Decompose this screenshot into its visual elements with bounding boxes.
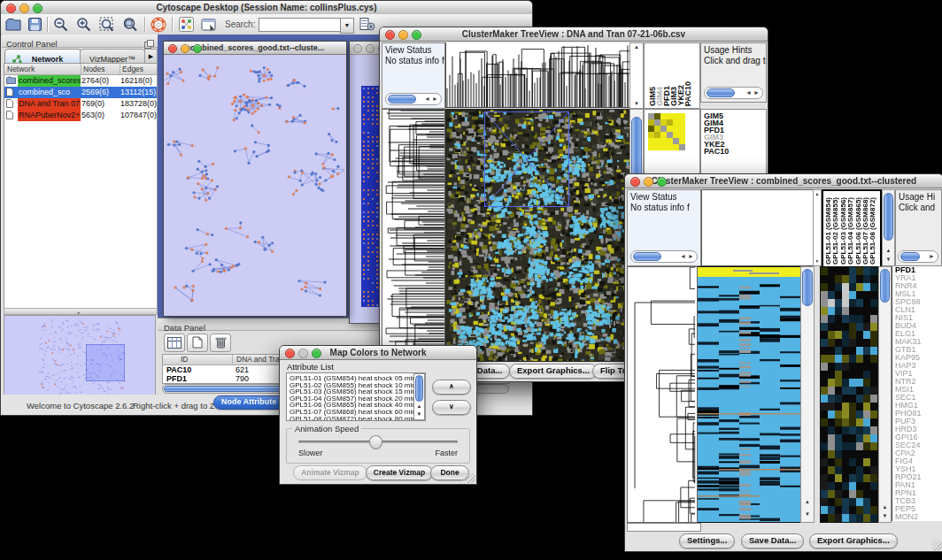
matrix-cell[interactable] [660,126,667,132]
matrix-cell[interactable] [679,138,685,144]
zoom-window-icon[interactable] [412,30,421,40]
vizmapper-shortcut-icon[interactable] [177,16,195,33]
matrix-cell[interactable] [679,126,685,132]
help-icon[interactable] [150,16,167,33]
matrix-cell[interactable] [654,144,660,150]
tv2-status-scrollbar[interactable]: ◄ ► [630,250,698,263]
slider-thumb[interactable] [369,435,382,449]
matrix-cell[interactable] [654,132,660,138]
matrix-cell[interactable] [667,144,673,150]
tv2-usage-scrollbar[interactable]: ► [898,250,938,263]
tv2-save-data-button[interactable]: Save Data... [741,533,804,548]
animation-speed-slider[interactable] [298,441,458,443]
open-file-button[interactable] [4,16,22,33]
search-input[interactable] [259,18,342,32]
zoom-fit-button[interactable] [98,16,116,33]
scroll-thumb[interactable] [880,269,890,303]
minimize-icon[interactable] [366,44,374,53]
tv1-export-graphics-button[interactable]: Export Graphics... [509,364,598,379]
matrix-cell[interactable] [654,119,660,126]
matrix-cell[interactable] [667,132,673,138]
tv2-export-graphics-button[interactable]: Export Graphics... [809,533,898,548]
close-icon[interactable] [285,349,295,358]
new-window-icon[interactable] [200,16,218,33]
zoom-window-icon[interactable] [657,177,667,187]
scroll-down-icon[interactable]: ▼ [801,510,814,518]
matrix-cell[interactable] [660,113,667,119]
close-icon[interactable] [168,44,177,53]
col-edges[interactable]: Edges [120,64,143,74]
main-title-bar[interactable]: Cytoscape Desktop (Session Name: collins… [1,1,532,15]
zoom-window-icon[interactable] [193,44,202,53]
tv2-gene-list[interactable]: PFD1YRA1RNR4MSL1SPC98CLN1NIS1BUD4ELG1MAK… [892,266,942,521]
matrix-cell[interactable] [660,138,667,144]
gene-label[interactable]: MON2 [895,513,942,521]
col-nodes[interactable]: Nodes [81,64,105,74]
network-list-row[interactable]: DNA and Tran 07769(0)183728(0) [4,98,157,110]
network-list-row[interactable]: RNAPuberNov2+l563(0)107847(0) [4,110,157,121]
tv2-zoom-heatmap-canvas[interactable] [820,266,878,523]
tv2-global-heatmap-canvas[interactable] [698,266,802,523]
matrix-cell[interactable] [648,126,654,132]
matrix-cell[interactable] [648,119,654,126]
scroll-up-icon[interactable]: ▲ [883,247,894,255]
matrix-cell[interactable] [648,113,654,119]
minimize-icon[interactable] [398,30,408,40]
treeview2-title-bar[interactable]: ClusterMaker TreeView : combined_scores_… [625,174,942,188]
matrix-cell[interactable] [654,138,660,144]
minimize-icon[interactable] [644,177,653,187]
minimize-icon[interactable] [19,4,29,13]
scroll-thumb[interactable] [388,95,416,104]
matrix-cell[interactable] [660,119,667,126]
scroll-down-icon[interactable]: ▼ [630,100,643,108]
scroll-right-icon[interactable]: ► [688,251,694,261]
matrix-cell[interactable] [679,144,685,150]
tv2-column-label[interactable]: GPL51-04 (GSM857) [846,197,854,265]
scroll-up-icon[interactable]: ▲ [814,190,821,198]
minimize-icon[interactable] [181,44,189,53]
matrix-cell[interactable] [667,119,673,126]
scroll-down-icon[interactable]: ▼ [814,257,821,265]
matrix-cell[interactable] [648,144,654,150]
treeview1-title-bar[interactable]: ClusterMaker TreeView : DNA and Tran 07-… [380,27,768,42]
birdseye-view-canvas[interactable] [4,315,156,402]
scroll-thumb[interactable] [706,88,735,97]
zoom-window-icon[interactable] [33,4,42,13]
tv1-column-label[interactable]: PAC10 [683,81,692,106]
matrix-cell[interactable] [667,126,673,132]
panel-splitter[interactable]: ● [4,308,158,315]
scroll-down-icon[interactable]: ▼ [414,410,424,418]
attribute-list-vscrollbar[interactable]: ▲ ▼ [413,373,425,420]
tv2-column-label[interactable]: GPL51-08 (GSM872) [869,197,876,265]
scroll-thumb[interactable] [884,193,893,241]
tv2-column-dendrogram-panel[interactable] [701,189,815,266]
tv1-row-dendrogram-canvas[interactable] [382,109,445,362]
scroll-thumb[interactable] [415,375,423,402]
scroll-left-icon[interactable]: ◄ [680,251,686,261]
scroll-up-icon[interactable]: ▲ [801,498,814,506]
save-button[interactable] [26,16,43,33]
tv2-row-dendrogram-canvas[interactable] [627,266,698,523]
resize-grip[interactable] [466,473,475,483]
window-controls[interactable] [6,4,42,13]
zoom-out-button[interactable] [52,16,70,33]
tv1-usage-scrollbar[interactable]: ◄ ► [704,87,763,99]
tv1-column-dendrogram-canvas[interactable] [445,42,630,108]
matrix-cell[interactable] [673,126,679,132]
dialog-title-bar[interactable]: Map Colors to Network [280,346,476,360]
matrix-cell[interactable] [673,144,679,150]
scroll-right-icon[interactable]: ► [753,88,760,97]
tv2-top-slim-scrollbar[interactable]: ▲ ▼ [813,189,822,266]
create-vizmap-button[interactable]: Create Vizmap [366,465,433,480]
tab-network[interactable]: Network [4,49,81,64]
matrix-cell[interactable] [679,113,685,119]
col-network[interactable]: Network [7,64,35,74]
matrix-cell[interactable] [679,132,685,138]
animate-vizmap-button[interactable]: Animate Vizmap [293,465,367,480]
network-graph-canvas[interactable] [164,55,344,315]
close-icon[interactable] [385,30,395,40]
network-list-row[interactable]: combined_scores2764(0)16218(0) [4,75,157,87]
tv2-zoom-vscrollbar[interactable]: ▲ ▼ [878,266,892,523]
tv2-heatmap-vscrollbar[interactable]: ▲ ▼ [800,266,815,523]
resize-grip[interactable] [932,541,942,550]
